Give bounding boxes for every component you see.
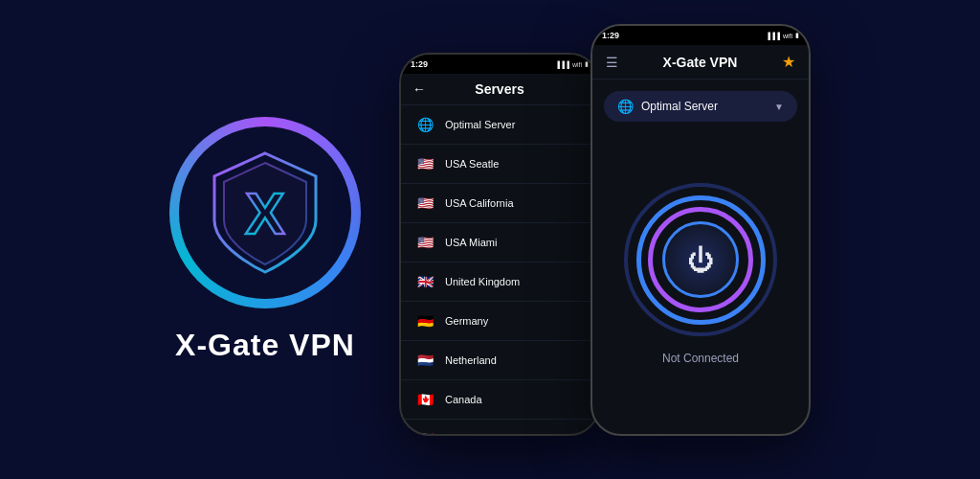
- server-flag: 🌐: [414, 114, 435, 135]
- server-list-item-usa-seattle[interactable]: 🇺🇸 USA Seatle: [401, 145, 598, 184]
- connection-status-text: Not Connected: [662, 352, 739, 365]
- wifi-icon: wifi: [572, 61, 582, 68]
- server-flag: 🇺🇸: [414, 153, 435, 174]
- signal-icon-r: ▐▐▐: [766, 33, 780, 39]
- server-name: Canada: [445, 394, 482, 405]
- hamburger-icon[interactable]: ☰: [606, 55, 618, 70]
- server-list-item-canada[interactable]: 🇨🇦 Canada: [401, 380, 598, 420]
- status-icons-right: ▐▐▐ wifi ▮: [766, 32, 799, 39]
- svg-text:X: X: [245, 180, 284, 246]
- battery-icon: ▮: [585, 60, 589, 68]
- signal-icon: ▐▐▐: [555, 61, 569, 68]
- status-icons-left: ▐▐▐ wifi ▮: [555, 60, 589, 68]
- server-list-item-germany[interactable]: 🇩🇪 Germany: [401, 302, 598, 341]
- server-list-item-usa-miami[interactable]: 🇺🇸 USA Miami: [401, 223, 598, 262]
- server-list-item-usa-california[interactable]: 🇺🇸 USA California: [401, 184, 598, 223]
- selected-server-text: Optimal Server: [641, 100, 767, 113]
- server-flag: 🇫🇷: [414, 428, 435, 434]
- favorite-star-icon[interactable]: ★: [782, 53, 795, 71]
- server-list-title: Servers: [475, 81, 523, 97]
- server-list-item-uk[interactable]: 🇬🇧 United Kingdom: [401, 262, 598, 302]
- vpn-header: ☰ X-Gate VPN ★: [592, 45, 809, 80]
- server-name: USA Miami: [445, 237, 497, 248]
- shield-svg: X: [203, 146, 327, 280]
- status-bar-right: 1:29 ▐▐▐ wifi ▮: [592, 26, 809, 45]
- server-name: Optimal Server: [445, 119, 515, 130]
- status-bar-left: 1:29 ▐▐▐ wifi ▮: [401, 55, 598, 74]
- logo-section: X X-Gate: [169, 117, 361, 363]
- status-time-right: 1:29: [602, 31, 619, 40]
- server-name: Netherland: [445, 354, 497, 366]
- wifi-icon-r: wifi: [783, 33, 792, 39]
- server-flag: 🇩🇪: [414, 310, 435, 331]
- server-flag: 🇳🇱: [414, 350, 435, 371]
- server-name: Germany: [445, 315, 488, 327]
- vpn-header-title: X-Gate VPN: [663, 55, 738, 70]
- main-container: X X-Gate: [0, 0, 980, 479]
- server-name: USA Seatle: [445, 158, 499, 170]
- server-name: USA California: [445, 197, 514, 209]
- server-selector[interactable]: 🌐 Optimal Server ▼: [604, 91, 797, 122]
- server-list-item-netherland[interactable]: 🇳🇱 Netherland: [401, 341, 598, 380]
- server-list-item-france[interactable]: 🇫🇷 France: [401, 420, 598, 434]
- vpn-main-area: ⏻ Not Connected: [592, 133, 809, 434]
- power-icon: ⏻: [687, 244, 714, 276]
- server-flag: 🇺🇸: [414, 232, 435, 253]
- phone-vpn-main: 1:29 ▐▐▐ wifi ▮ ☰ X-Gate VPN ★ 🌐 Optimal…: [590, 24, 811, 436]
- server-name: France: [445, 433, 478, 434]
- status-time-left: 1:29: [411, 59, 428, 69]
- globe-icon: 🌐: [617, 99, 634, 114]
- app-logo-title: X-Gate VPN: [175, 328, 355, 363]
- server-list-item-optimal[interactable]: 🌐 Optimal Server: [401, 105, 598, 145]
- connect-power-button[interactable]: ⏻: [662, 221, 739, 298]
- shield-wrapper: X: [169, 117, 361, 308]
- back-button[interactable]: ←: [412, 81, 426, 97]
- server-flag: 🇺🇸: [414, 193, 435, 214]
- server-list-header: ← Servers: [401, 74, 598, 105]
- server-flag: 🇨🇦: [414, 389, 435, 410]
- power-button-container: ⏻: [624, 183, 777, 336]
- server-list: 🌐 Optimal Server 🇺🇸 USA Seatle 🇺🇸 USA Ca…: [401, 105, 598, 434]
- phones-section: 1:29 ▐▐▐ wifi ▮ ← Servers 🌐 Optimal Serv…: [399, 43, 811, 436]
- server-name: United Kingdom: [445, 276, 520, 287]
- battery-icon-r: ▮: [795, 32, 799, 39]
- chevron-down-icon: ▼: [774, 102, 784, 112]
- phone-servers: 1:29 ▐▐▐ wifi ▮ ← Servers 🌐 Optimal Serv…: [399, 53, 600, 436]
- server-flag: 🇬🇧: [414, 271, 435, 292]
